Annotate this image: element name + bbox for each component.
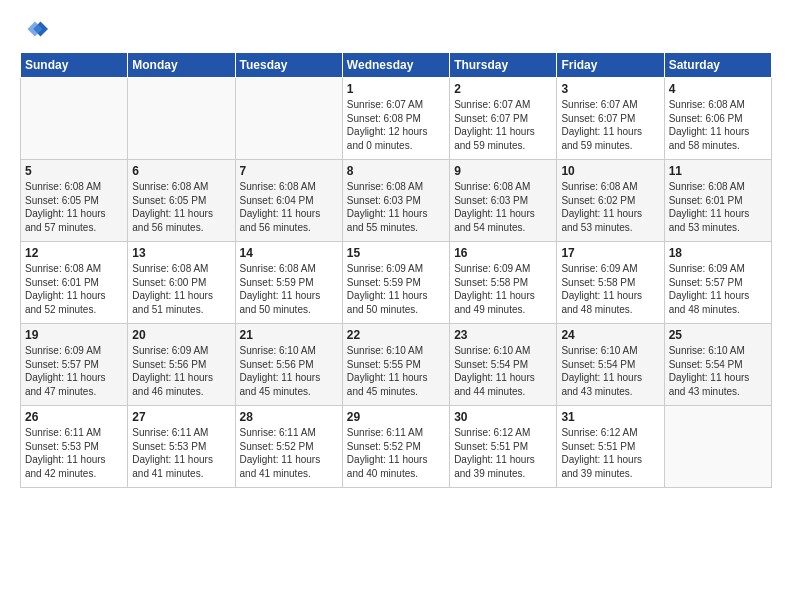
day-info: Sunrise: 6:12 AMSunset: 5:51 PMDaylight:… — [454, 426, 552, 480]
day-info: Sunrise: 6:08 AMSunset: 6:03 PMDaylight:… — [454, 180, 552, 234]
calendar-cell: 12Sunrise: 6:08 AMSunset: 6:01 PMDayligh… — [21, 242, 128, 324]
calendar-cell: 5Sunrise: 6:08 AMSunset: 6:05 PMDaylight… — [21, 160, 128, 242]
day-number: 24 — [561, 328, 659, 342]
day-number: 8 — [347, 164, 445, 178]
day-info: Sunrise: 6:11 AMSunset: 5:52 PMDaylight:… — [347, 426, 445, 480]
calendar-cell: 31Sunrise: 6:12 AMSunset: 5:51 PMDayligh… — [557, 406, 664, 488]
day-number: 10 — [561, 164, 659, 178]
calendar-cell: 8Sunrise: 6:08 AMSunset: 6:03 PMDaylight… — [342, 160, 449, 242]
calendar-header-thursday: Thursday — [450, 53, 557, 78]
day-number: 29 — [347, 410, 445, 424]
day-info: Sunrise: 6:11 AMSunset: 5:53 PMDaylight:… — [25, 426, 123, 480]
logo — [20, 16, 52, 44]
day-number: 1 — [347, 82, 445, 96]
calendar-cell: 17Sunrise: 6:09 AMSunset: 5:58 PMDayligh… — [557, 242, 664, 324]
calendar-header-sunday: Sunday — [21, 53, 128, 78]
calendar-cell: 4Sunrise: 6:08 AMSunset: 6:06 PMDaylight… — [664, 78, 771, 160]
calendar-cell — [235, 78, 342, 160]
calendar-cell: 24Sunrise: 6:10 AMSunset: 5:54 PMDayligh… — [557, 324, 664, 406]
day-number: 9 — [454, 164, 552, 178]
calendar-cell — [664, 406, 771, 488]
day-info: Sunrise: 6:12 AMSunset: 5:51 PMDaylight:… — [561, 426, 659, 480]
day-number: 4 — [669, 82, 767, 96]
day-info: Sunrise: 6:08 AMSunset: 6:02 PMDaylight:… — [561, 180, 659, 234]
day-info: Sunrise: 6:10 AMSunset: 5:54 PMDaylight:… — [669, 344, 767, 398]
calendar-cell: 20Sunrise: 6:09 AMSunset: 5:56 PMDayligh… — [128, 324, 235, 406]
calendar-week-row: 5Sunrise: 6:08 AMSunset: 6:05 PMDaylight… — [21, 160, 772, 242]
day-info: Sunrise: 6:08 AMSunset: 6:03 PMDaylight:… — [347, 180, 445, 234]
calendar-cell: 1Sunrise: 6:07 AMSunset: 6:08 PMDaylight… — [342, 78, 449, 160]
day-info: Sunrise: 6:09 AMSunset: 5:56 PMDaylight:… — [132, 344, 230, 398]
calendar-cell: 7Sunrise: 6:08 AMSunset: 6:04 PMDaylight… — [235, 160, 342, 242]
day-info: Sunrise: 6:08 AMSunset: 6:05 PMDaylight:… — [25, 180, 123, 234]
day-info: Sunrise: 6:11 AMSunset: 5:52 PMDaylight:… — [240, 426, 338, 480]
calendar-cell: 16Sunrise: 6:09 AMSunset: 5:58 PMDayligh… — [450, 242, 557, 324]
day-number: 22 — [347, 328, 445, 342]
day-info: Sunrise: 6:08 AMSunset: 6:00 PMDaylight:… — [132, 262, 230, 316]
page-header — [20, 16, 772, 44]
page-container: SundayMondayTuesdayWednesdayThursdayFrid… — [0, 0, 792, 498]
day-info: Sunrise: 6:07 AMSunset: 6:07 PMDaylight:… — [561, 98, 659, 152]
day-info: Sunrise: 6:10 AMSunset: 5:54 PMDaylight:… — [561, 344, 659, 398]
calendar-cell: 13Sunrise: 6:08 AMSunset: 6:00 PMDayligh… — [128, 242, 235, 324]
day-info: Sunrise: 6:09 AMSunset: 5:59 PMDaylight:… — [347, 262, 445, 316]
day-info: Sunrise: 6:10 AMSunset: 5:56 PMDaylight:… — [240, 344, 338, 398]
calendar-week-row: 19Sunrise: 6:09 AMSunset: 5:57 PMDayligh… — [21, 324, 772, 406]
day-number: 27 — [132, 410, 230, 424]
day-number: 20 — [132, 328, 230, 342]
calendar-cell: 3Sunrise: 6:07 AMSunset: 6:07 PMDaylight… — [557, 78, 664, 160]
day-number: 25 — [669, 328, 767, 342]
day-info: Sunrise: 6:08 AMSunset: 5:59 PMDaylight:… — [240, 262, 338, 316]
calendar-header-tuesday: Tuesday — [235, 53, 342, 78]
day-info: Sunrise: 6:08 AMSunset: 6:05 PMDaylight:… — [132, 180, 230, 234]
calendar-table: SundayMondayTuesdayWednesdayThursdayFrid… — [20, 52, 772, 488]
calendar-week-row: 12Sunrise: 6:08 AMSunset: 6:01 PMDayligh… — [21, 242, 772, 324]
calendar-cell: 28Sunrise: 6:11 AMSunset: 5:52 PMDayligh… — [235, 406, 342, 488]
day-info: Sunrise: 6:08 AMSunset: 6:04 PMDaylight:… — [240, 180, 338, 234]
day-number: 13 — [132, 246, 230, 260]
day-info: Sunrise: 6:11 AMSunset: 5:53 PMDaylight:… — [132, 426, 230, 480]
calendar-header-monday: Monday — [128, 53, 235, 78]
day-number: 30 — [454, 410, 552, 424]
day-info: Sunrise: 6:09 AMSunset: 5:57 PMDaylight:… — [25, 344, 123, 398]
day-info: Sunrise: 6:08 AMSunset: 6:01 PMDaylight:… — [669, 180, 767, 234]
day-number: 21 — [240, 328, 338, 342]
calendar-cell: 14Sunrise: 6:08 AMSunset: 5:59 PMDayligh… — [235, 242, 342, 324]
calendar-cell: 10Sunrise: 6:08 AMSunset: 6:02 PMDayligh… — [557, 160, 664, 242]
calendar-cell: 11Sunrise: 6:08 AMSunset: 6:01 PMDayligh… — [664, 160, 771, 242]
calendar-cell: 2Sunrise: 6:07 AMSunset: 6:07 PMDaylight… — [450, 78, 557, 160]
day-number: 18 — [669, 246, 767, 260]
day-number: 31 — [561, 410, 659, 424]
calendar-cell: 6Sunrise: 6:08 AMSunset: 6:05 PMDaylight… — [128, 160, 235, 242]
day-info: Sunrise: 6:09 AMSunset: 5:57 PMDaylight:… — [669, 262, 767, 316]
day-number: 16 — [454, 246, 552, 260]
calendar-header-friday: Friday — [557, 53, 664, 78]
day-number: 28 — [240, 410, 338, 424]
day-info: Sunrise: 6:09 AMSunset: 5:58 PMDaylight:… — [454, 262, 552, 316]
day-number: 7 — [240, 164, 338, 178]
logo-icon — [20, 16, 48, 44]
calendar-cell — [128, 78, 235, 160]
day-number: 14 — [240, 246, 338, 260]
day-info: Sunrise: 6:08 AMSunset: 6:06 PMDaylight:… — [669, 98, 767, 152]
calendar-cell: 23Sunrise: 6:10 AMSunset: 5:54 PMDayligh… — [450, 324, 557, 406]
day-number: 19 — [25, 328, 123, 342]
day-number: 3 — [561, 82, 659, 96]
calendar-cell: 22Sunrise: 6:10 AMSunset: 5:55 PMDayligh… — [342, 324, 449, 406]
day-number: 23 — [454, 328, 552, 342]
day-info: Sunrise: 6:07 AMSunset: 6:08 PMDaylight:… — [347, 98, 445, 152]
day-number: 6 — [132, 164, 230, 178]
day-info: Sunrise: 6:07 AMSunset: 6:07 PMDaylight:… — [454, 98, 552, 152]
calendar-cell: 9Sunrise: 6:08 AMSunset: 6:03 PMDaylight… — [450, 160, 557, 242]
day-info: Sunrise: 6:10 AMSunset: 5:55 PMDaylight:… — [347, 344, 445, 398]
day-info: Sunrise: 6:10 AMSunset: 5:54 PMDaylight:… — [454, 344, 552, 398]
calendar-cell: 27Sunrise: 6:11 AMSunset: 5:53 PMDayligh… — [128, 406, 235, 488]
calendar-header-wednesday: Wednesday — [342, 53, 449, 78]
day-number: 12 — [25, 246, 123, 260]
calendar-cell: 30Sunrise: 6:12 AMSunset: 5:51 PMDayligh… — [450, 406, 557, 488]
calendar-header-row: SundayMondayTuesdayWednesdayThursdayFrid… — [21, 53, 772, 78]
day-number: 15 — [347, 246, 445, 260]
day-info: Sunrise: 6:08 AMSunset: 6:01 PMDaylight:… — [25, 262, 123, 316]
day-number: 5 — [25, 164, 123, 178]
calendar-cell: 26Sunrise: 6:11 AMSunset: 5:53 PMDayligh… — [21, 406, 128, 488]
